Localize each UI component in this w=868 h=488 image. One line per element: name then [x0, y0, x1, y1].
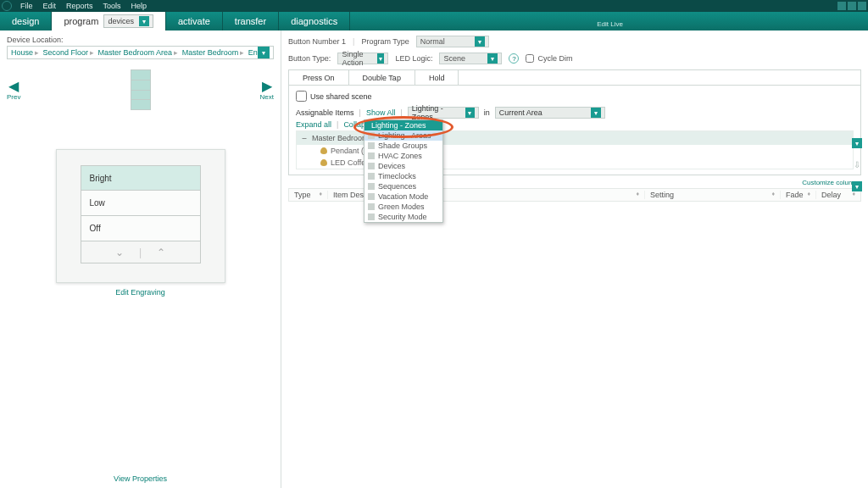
main-tabs: design program devices ▾ activate transf…: [0, 12, 868, 30]
window-max-icon[interactable]: [848, 2, 856, 10]
breadcrumb: House▸ Second Floor▸ Master Bedroom Area…: [11, 48, 258, 57]
next-button[interactable]: ▶Next: [260, 80, 274, 101]
chevron-up-icon: ⌃: [157, 247, 165, 258]
chevron-down-icon[interactable]: ▾: [258, 47, 270, 58]
crumb-2[interactable]: Master Bedroom Area: [98, 48, 173, 57]
program-subselect[interactable]: devices ▾: [103, 14, 153, 28]
dropdown-item[interactable]: Green Modes: [364, 202, 442, 212]
leaf-icon: [368, 203, 375, 210]
show-all-link[interactable]: Show All: [366, 108, 396, 117]
edit-engraving-link[interactable]: Edit Engraving: [56, 288, 225, 297]
crumb-4[interactable]: Entry [LKA2]: [248, 48, 258, 57]
button-type-select[interactable]: Single Action▾: [337, 53, 388, 64]
area-filter[interactable]: Current Area▾: [495, 107, 605, 119]
shade-icon: [368, 142, 375, 149]
workspace: Device Location: House▸ Second Floor▸ Ma…: [0, 30, 868, 488]
mini-keypad-icon: [131, 69, 151, 110]
dropdown-item[interactable]: Vacation Mode: [364, 191, 442, 202]
right-panel: Button Number 1 | Program Type Normal▾ B…: [281, 30, 868, 488]
use-shared-scene-label: Use shared scene: [310, 92, 372, 101]
system-icon: [2, 1, 12, 11]
dropdown-item[interactable]: Sequences: [364, 181, 442, 191]
button-number-label: Button Number 1: [288, 37, 346, 46]
keypad-button-2[interactable]: Low: [81, 191, 201, 216]
assignable-items-label: Assignable Items: [296, 108, 354, 117]
window-min-icon[interactable]: [837, 2, 846, 10]
view-properties-link[interactable]: View Properties: [7, 474, 274, 483]
item-type-filter[interactable]: Lighting - Zones▾: [408, 107, 479, 119]
clock-icon: [368, 173, 375, 180]
tab-diagnostics[interactable]: diagnostics: [279, 12, 350, 30]
dropdown-item[interactable]: Devices: [364, 161, 442, 171]
expand-all-link[interactable]: Expand all: [296, 120, 331, 129]
menu-edit[interactable]: Edit: [38, 2, 62, 10]
use-shared-scene-checkbox[interactable]: Use shared scene: [296, 91, 854, 102]
cycle-dim-label: Cycle Dim: [537, 54, 572, 63]
menu-file[interactable]: File: [15, 2, 38, 10]
item-type-dropdown: Lighting - Zones Lighting - Areas Shade …: [364, 119, 443, 223]
device-location-label: Device Location:: [7, 36, 274, 44]
menu-tools[interactable]: Tools: [98, 2, 126, 10]
tree-controls: ▾ ⇩ ▾: [852, 138, 862, 191]
left-panel: Device Location: House▸ Second Floor▸ Ma…: [0, 30, 281, 488]
subtab-hold[interactable]: Hold: [415, 70, 459, 85]
tab-design[interactable]: design: [0, 12, 52, 30]
button-type-label: Button Type:: [288, 54, 331, 63]
subtab-press-on[interactable]: Press On: [289, 70, 349, 85]
col-fade[interactable]: Fade♦: [781, 191, 816, 199]
menu-reports[interactable]: Reports: [61, 2, 98, 10]
prev-button[interactable]: ◀Prev: [7, 80, 20, 101]
chevron-down-icon: ▾: [591, 108, 601, 118]
dropdown-item[interactable]: Timeclocks: [364, 171, 442, 181]
crumb-0[interactable]: House: [11, 48, 33, 57]
program-type-value: Normal: [420, 37, 445, 46]
bulb-icon: [368, 132, 375, 139]
dropdown-item[interactable]: Security Mode: [364, 212, 442, 222]
dropdown-item[interactable]: Lighting - Areas: [364, 130, 442, 141]
bulb-icon: [320, 147, 327, 154]
dropdown-item[interactable]: Shade Groups: [364, 141, 442, 151]
action-subtabs: Press On Double Tap Hold: [288, 69, 861, 85]
program-subselect-value: devices: [108, 17, 134, 25]
chevron-down-icon: ▾: [475, 36, 485, 47]
dropdown-item[interactable]: HVAC Zones: [364, 151, 442, 161]
in-label: in: [484, 108, 490, 117]
tab-transfer[interactable]: transfer: [223, 12, 279, 30]
collapse-icon[interactable]: ▾: [852, 181, 862, 191]
col-type[interactable]: Type♦: [289, 191, 328, 199]
chevron-down-icon: ▾: [139, 16, 149, 26]
tab-program-label: program: [64, 16, 98, 26]
edit-live-label: Edit Live: [597, 20, 623, 28]
window-close-icon[interactable]: [858, 2, 866, 10]
help-icon[interactable]: ?: [509, 53, 519, 64]
area-filter-value: Current Area: [499, 108, 542, 117]
tree-root-label: Master Bedroom: [312, 134, 369, 142]
keypad-lower-raise[interactable]: ⌄|⌃: [81, 241, 201, 263]
cycle-dim-checkbox[interactable]: Cycle Dim: [526, 54, 572, 63]
program-type-select[interactable]: Normal▾: [416, 36, 489, 47]
col-setting[interactable]: Setting♦: [645, 191, 781, 199]
menubar: File Edit Reports Tools Help: [0, 0, 868, 12]
col-delay[interactable]: Delay♦: [816, 191, 860, 199]
dropdown-header[interactable]: Lighting - Zones: [364, 120, 442, 130]
prev-label: Prev: [7, 93, 20, 101]
keypad-preview: Bright Low Off ⌄|⌃: [56, 149, 225, 283]
led-logic-select[interactable]: Scene▾: [439, 53, 502, 64]
next-label: Next: [260, 93, 274, 101]
tab-program[interactable]: program devices ▾: [52, 12, 165, 30]
move-down-icon[interactable]: ⇩: [852, 160, 862, 169]
crumb-1[interactable]: Second Floor: [43, 48, 89, 57]
expand-icon[interactable]: ▾: [852, 138, 862, 148]
tab-activate[interactable]: activate: [166, 12, 223, 30]
subtab-double-tap[interactable]: Double Tap: [349, 70, 415, 85]
crumb-3[interactable]: Master Bedroom: [182, 48, 239, 57]
chevron-down-icon: ▾: [377, 53, 385, 64]
sequence-icon: [368, 183, 375, 190]
menu-help[interactable]: Help: [126, 2, 153, 10]
led-logic-label: LED Logic:: [395, 54, 432, 63]
keypad-button-1[interactable]: Bright: [81, 165, 201, 191]
keypad-button-3[interactable]: Off: [81, 216, 201, 241]
device-location-select[interactable]: House▸ Second Floor▸ Master Bedroom Area…: [7, 46, 274, 59]
hvac-icon: [368, 152, 375, 159]
device-icon: [368, 163, 375, 169]
